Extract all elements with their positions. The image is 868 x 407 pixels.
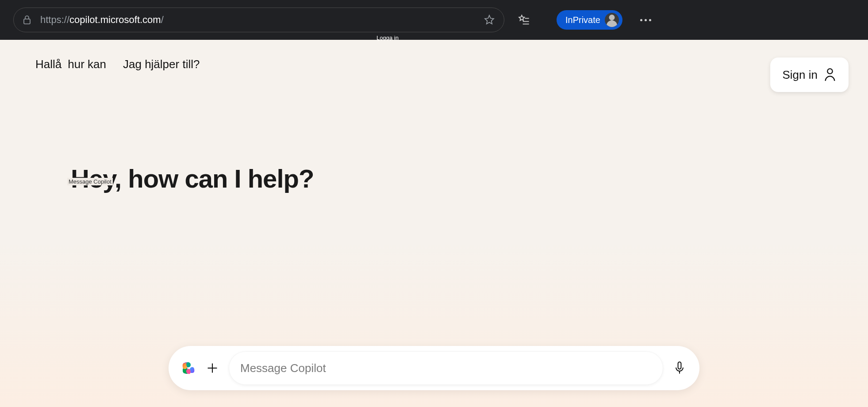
composer-bar bbox=[169, 346, 699, 390]
sign-in-label: Sign in bbox=[783, 68, 818, 82]
greet-seg-1: Hallå bbox=[35, 58, 61, 71]
hero-sublabel: Message Copilot bbox=[67, 178, 113, 185]
browser-bar-right: InPrivate bbox=[518, 10, 656, 30]
microphone-button[interactable] bbox=[672, 361, 687, 376]
favorite-star-icon[interactable] bbox=[484, 14, 495, 26]
svg-point-4 bbox=[827, 69, 832, 73]
person-icon bbox=[824, 68, 836, 82]
message-input[interactable] bbox=[240, 361, 652, 375]
browser-top-bar: https://copilot.microsoft.com/ InPrivate bbox=[0, 0, 868, 40]
sign-in-button[interactable]: Sign in bbox=[770, 58, 849, 92]
message-input-container[interactable] bbox=[229, 351, 663, 385]
lock-icon bbox=[23, 15, 31, 25]
url-text: https://copilot.microsoft.com/ bbox=[40, 14, 484, 26]
svg-rect-0 bbox=[24, 19, 30, 24]
inprivate-label: InPrivate bbox=[565, 15, 600, 25]
translated-greeting: Hallå hur kan Jag hjälper till? bbox=[35, 58, 200, 71]
address-bar[interactable]: https://copilot.microsoft.com/ bbox=[13, 8, 504, 32]
top-row: Hallå hur kan Jag hjälper till? Sign in bbox=[0, 40, 868, 92]
inprivate-indicator[interactable]: InPrivate bbox=[557, 10, 622, 30]
favorites-list-icon[interactable] bbox=[518, 14, 530, 26]
add-attachment-button[interactable] bbox=[205, 361, 220, 376]
greet-seg-3: Jag hjälper till? bbox=[123, 58, 200, 71]
page-body: Hallå hur kan Jag hjälper till? Sign in … bbox=[0, 40, 868, 407]
profile-avatar-icon bbox=[605, 13, 619, 27]
copilot-logo-icon[interactable] bbox=[181, 361, 196, 376]
svg-rect-7 bbox=[678, 362, 681, 369]
more-menu-icon[interactable] bbox=[636, 19, 656, 21]
greet-seg-2: hur kan bbox=[68, 58, 106, 71]
